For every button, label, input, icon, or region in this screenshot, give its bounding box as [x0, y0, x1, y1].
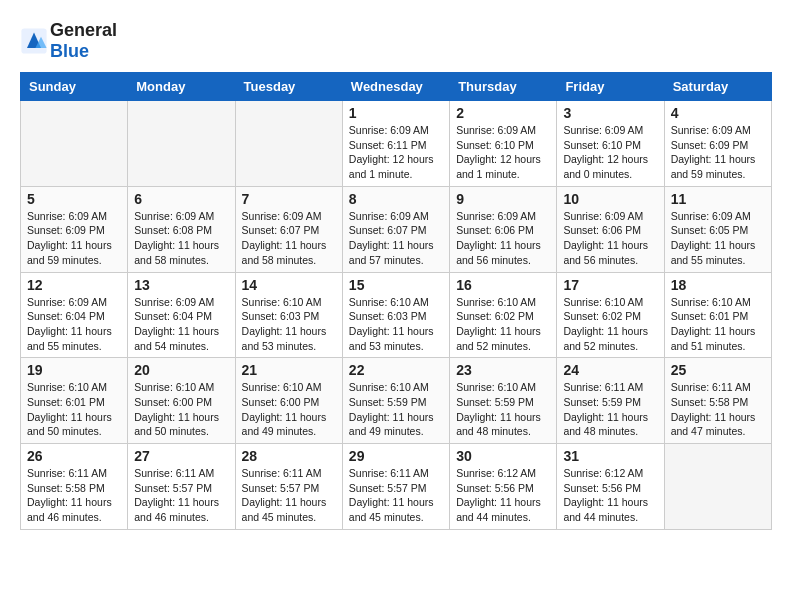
- day-number: 21: [242, 362, 336, 378]
- calendar-cell: 6Sunrise: 6:09 AM Sunset: 6:08 PM Daylig…: [128, 186, 235, 272]
- day-number: 25: [671, 362, 765, 378]
- day-number: 22: [349, 362, 443, 378]
- day-info: Sunrise: 6:09 AM Sunset: 6:06 PM Dayligh…: [563, 209, 657, 268]
- calendar-week-row: 26Sunrise: 6:11 AM Sunset: 5:58 PM Dayli…: [21, 444, 772, 530]
- calendar-cell: 10Sunrise: 6:09 AM Sunset: 6:06 PM Dayli…: [557, 186, 664, 272]
- day-info: Sunrise: 6:09 AM Sunset: 6:04 PM Dayligh…: [27, 295, 121, 354]
- calendar-cell: 31Sunrise: 6:12 AM Sunset: 5:56 PM Dayli…: [557, 444, 664, 530]
- day-number: 2: [456, 105, 550, 121]
- day-info: Sunrise: 6:10 AM Sunset: 6:00 PM Dayligh…: [242, 380, 336, 439]
- calendar-cell: 13Sunrise: 6:09 AM Sunset: 6:04 PM Dayli…: [128, 272, 235, 358]
- day-number: 31: [563, 448, 657, 464]
- calendar-cell: 4Sunrise: 6:09 AM Sunset: 6:09 PM Daylig…: [664, 101, 771, 187]
- calendar-header-row: SundayMondayTuesdayWednesdayThursdayFrid…: [21, 73, 772, 101]
- weekday-header: Wednesday: [342, 73, 449, 101]
- day-number: 17: [563, 277, 657, 293]
- day-info: Sunrise: 6:09 AM Sunset: 6:07 PM Dayligh…: [349, 209, 443, 268]
- weekday-header: Friday: [557, 73, 664, 101]
- calendar-cell: 7Sunrise: 6:09 AM Sunset: 6:07 PM Daylig…: [235, 186, 342, 272]
- day-number: 26: [27, 448, 121, 464]
- day-info: Sunrise: 6:09 AM Sunset: 6:04 PM Dayligh…: [134, 295, 228, 354]
- day-info: Sunrise: 6:11 AM Sunset: 5:57 PM Dayligh…: [349, 466, 443, 525]
- day-info: Sunrise: 6:10 AM Sunset: 6:00 PM Dayligh…: [134, 380, 228, 439]
- calendar-cell: 12Sunrise: 6:09 AM Sunset: 6:04 PM Dayli…: [21, 272, 128, 358]
- weekday-header: Tuesday: [235, 73, 342, 101]
- day-number: 3: [563, 105, 657, 121]
- calendar-cell: 20Sunrise: 6:10 AM Sunset: 6:00 PM Dayli…: [128, 358, 235, 444]
- day-number: 10: [563, 191, 657, 207]
- calendar-week-row: 19Sunrise: 6:10 AM Sunset: 6:01 PM Dayli…: [21, 358, 772, 444]
- calendar-cell: 28Sunrise: 6:11 AM Sunset: 5:57 PM Dayli…: [235, 444, 342, 530]
- calendar-cell: 18Sunrise: 6:10 AM Sunset: 6:01 PM Dayli…: [664, 272, 771, 358]
- logo-text: General Blue: [50, 20, 117, 62]
- calendar-cell: 21Sunrise: 6:10 AM Sunset: 6:00 PM Dayli…: [235, 358, 342, 444]
- calendar-cell: 16Sunrise: 6:10 AM Sunset: 6:02 PM Dayli…: [450, 272, 557, 358]
- calendar-cell: [664, 444, 771, 530]
- day-info: Sunrise: 6:10 AM Sunset: 6:01 PM Dayligh…: [671, 295, 765, 354]
- day-info: Sunrise: 6:10 AM Sunset: 6:02 PM Dayligh…: [563, 295, 657, 354]
- calendar-cell: 22Sunrise: 6:10 AM Sunset: 5:59 PM Dayli…: [342, 358, 449, 444]
- calendar-cell: 23Sunrise: 6:10 AM Sunset: 5:59 PM Dayli…: [450, 358, 557, 444]
- day-info: Sunrise: 6:09 AM Sunset: 6:10 PM Dayligh…: [563, 123, 657, 182]
- day-info: Sunrise: 6:09 AM Sunset: 6:09 PM Dayligh…: [671, 123, 765, 182]
- weekday-header: Saturday: [664, 73, 771, 101]
- day-number: 28: [242, 448, 336, 464]
- day-info: Sunrise: 6:12 AM Sunset: 5:56 PM Dayligh…: [563, 466, 657, 525]
- day-number: 4: [671, 105, 765, 121]
- weekday-header: Thursday: [450, 73, 557, 101]
- day-number: 29: [349, 448, 443, 464]
- day-info: Sunrise: 6:11 AM Sunset: 5:58 PM Dayligh…: [671, 380, 765, 439]
- day-info: Sunrise: 6:10 AM Sunset: 6:02 PM Dayligh…: [456, 295, 550, 354]
- day-number: 5: [27, 191, 121, 207]
- day-info: Sunrise: 6:10 AM Sunset: 6:03 PM Dayligh…: [242, 295, 336, 354]
- logo-icon: [20, 27, 48, 55]
- calendar-cell: 30Sunrise: 6:12 AM Sunset: 5:56 PM Dayli…: [450, 444, 557, 530]
- day-info: Sunrise: 6:10 AM Sunset: 5:59 PM Dayligh…: [349, 380, 443, 439]
- day-number: 8: [349, 191, 443, 207]
- day-number: 30: [456, 448, 550, 464]
- weekday-header: Monday: [128, 73, 235, 101]
- day-number: 24: [563, 362, 657, 378]
- calendar-cell: 15Sunrise: 6:10 AM Sunset: 6:03 PM Dayli…: [342, 272, 449, 358]
- calendar-cell: [235, 101, 342, 187]
- day-info: Sunrise: 6:09 AM Sunset: 6:09 PM Dayligh…: [27, 209, 121, 268]
- day-number: 19: [27, 362, 121, 378]
- calendar-cell: 27Sunrise: 6:11 AM Sunset: 5:57 PM Dayli…: [128, 444, 235, 530]
- calendar-cell: 1Sunrise: 6:09 AM Sunset: 6:11 PM Daylig…: [342, 101, 449, 187]
- logo: General Blue: [20, 20, 117, 62]
- day-info: Sunrise: 6:09 AM Sunset: 6:06 PM Dayligh…: [456, 209, 550, 268]
- calendar-cell: [128, 101, 235, 187]
- day-number: 15: [349, 277, 443, 293]
- day-number: 23: [456, 362, 550, 378]
- day-number: 13: [134, 277, 228, 293]
- calendar-week-row: 12Sunrise: 6:09 AM Sunset: 6:04 PM Dayli…: [21, 272, 772, 358]
- day-number: 20: [134, 362, 228, 378]
- day-info: Sunrise: 6:11 AM Sunset: 5:57 PM Dayligh…: [242, 466, 336, 525]
- weekday-header: Sunday: [21, 73, 128, 101]
- day-number: 27: [134, 448, 228, 464]
- calendar-cell: 2Sunrise: 6:09 AM Sunset: 6:10 PM Daylig…: [450, 101, 557, 187]
- day-info: Sunrise: 6:11 AM Sunset: 5:57 PM Dayligh…: [134, 466, 228, 525]
- calendar-week-row: 5Sunrise: 6:09 AM Sunset: 6:09 PM Daylig…: [21, 186, 772, 272]
- calendar-cell: 3Sunrise: 6:09 AM Sunset: 6:10 PM Daylig…: [557, 101, 664, 187]
- calendar-cell: 8Sunrise: 6:09 AM Sunset: 6:07 PM Daylig…: [342, 186, 449, 272]
- day-info: Sunrise: 6:09 AM Sunset: 6:10 PM Dayligh…: [456, 123, 550, 182]
- day-info: Sunrise: 6:10 AM Sunset: 6:03 PM Dayligh…: [349, 295, 443, 354]
- calendar-cell: 19Sunrise: 6:10 AM Sunset: 6:01 PM Dayli…: [21, 358, 128, 444]
- calendar-cell: 5Sunrise: 6:09 AM Sunset: 6:09 PM Daylig…: [21, 186, 128, 272]
- calendar-cell: 29Sunrise: 6:11 AM Sunset: 5:57 PM Dayli…: [342, 444, 449, 530]
- day-info: Sunrise: 6:09 AM Sunset: 6:08 PM Dayligh…: [134, 209, 228, 268]
- day-number: 16: [456, 277, 550, 293]
- calendar-table: SundayMondayTuesdayWednesdayThursdayFrid…: [20, 72, 772, 530]
- calendar-cell: 17Sunrise: 6:10 AM Sunset: 6:02 PM Dayli…: [557, 272, 664, 358]
- calendar-cell: 26Sunrise: 6:11 AM Sunset: 5:58 PM Dayli…: [21, 444, 128, 530]
- day-number: 7: [242, 191, 336, 207]
- day-number: 18: [671, 277, 765, 293]
- day-info: Sunrise: 6:11 AM Sunset: 5:58 PM Dayligh…: [27, 466, 121, 525]
- calendar-cell: 9Sunrise: 6:09 AM Sunset: 6:06 PM Daylig…: [450, 186, 557, 272]
- day-number: 14: [242, 277, 336, 293]
- day-number: 9: [456, 191, 550, 207]
- day-number: 6: [134, 191, 228, 207]
- day-info: Sunrise: 6:10 AM Sunset: 6:01 PM Dayligh…: [27, 380, 121, 439]
- day-info: Sunrise: 6:12 AM Sunset: 5:56 PM Dayligh…: [456, 466, 550, 525]
